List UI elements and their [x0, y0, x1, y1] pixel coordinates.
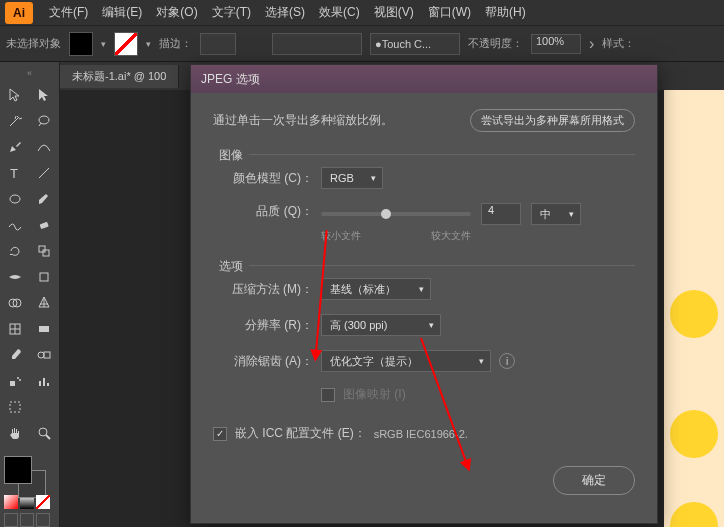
fill-swatch[interactable] — [69, 32, 93, 56]
ok-button[interactable]: 确定 — [553, 466, 635, 495]
pen-tool[interactable] — [0, 134, 30, 160]
svg-rect-4 — [40, 222, 49, 229]
shaper-tool[interactable] — [0, 212, 30, 238]
banner-text: 通过单击一次导出多种缩放比例。 — [213, 112, 393, 129]
jpeg-options-dialog: JPEG 选项 通过单击一次导出多种缩放比例。 尝试导出为多种屏幕所用格式 图像… — [190, 64, 658, 524]
symbol-sprayer-tool[interactable] — [0, 368, 30, 394]
screen-mode-1[interactable] — [4, 513, 18, 527]
graph-tool[interactable] — [30, 368, 60, 394]
canvas[interactable] — [664, 90, 724, 527]
curvature-tool[interactable] — [30, 134, 60, 160]
opacity-input[interactable]: 100% — [531, 34, 581, 54]
image-section-title: 图像 — [213, 147, 249, 164]
stroke-label: 描边： — [159, 36, 192, 51]
mesh-tool[interactable] — [0, 316, 30, 342]
menu-edit[interactable]: 编辑(E) — [96, 2, 148, 23]
style-label: 样式： — [602, 36, 635, 51]
type-tool[interactable]: T — [0, 160, 30, 186]
artboard-tool[interactable] — [0, 394, 30, 420]
slice-tool[interactable] — [30, 394, 60, 420]
big-file-label: 较大文件 — [431, 229, 471, 243]
zoom-tool[interactable] — [30, 420, 60, 446]
selection-status: 未选择对象 — [6, 36, 61, 51]
free-transform-tool[interactable] — [30, 264, 60, 290]
menu-view[interactable]: 视图(V) — [368, 2, 420, 23]
app-logo: Ai — [5, 2, 33, 24]
quality-preset-select[interactable]: 中 — [531, 203, 581, 225]
brush-tool[interactable] — [30, 186, 60, 212]
svg-rect-6 — [43, 250, 49, 256]
svg-line-2 — [39, 168, 49, 178]
magic-wand-tool[interactable] — [0, 108, 30, 134]
svg-rect-20 — [43, 378, 45, 386]
color-model-select[interactable]: RGB — [321, 167, 383, 189]
svg-point-23 — [39, 428, 47, 436]
brush-select[interactable] — [272, 33, 362, 55]
menu-help[interactable]: 帮助(H) — [479, 2, 532, 23]
compress-select[interactable]: 基线（标准） — [321, 278, 431, 300]
stroke-weight-input[interactable] — [200, 33, 236, 55]
screen-mode-3[interactable] — [36, 513, 50, 527]
opacity-step-icon[interactable]: › — [589, 35, 594, 53]
scale-tool[interactable] — [30, 238, 60, 264]
svg-line-24 — [46, 435, 50, 439]
svg-point-3 — [10, 195, 20, 203]
eyedropper-tool[interactable] — [0, 342, 30, 368]
quality-label: 品质 (Q)： — [213, 203, 313, 220]
menu-select[interactable]: 选择(S) — [259, 2, 311, 23]
direct-selection-tool[interactable] — [30, 82, 60, 108]
opacity-label: 不透明度： — [468, 36, 523, 51]
quality-input[interactable]: 4 — [481, 203, 521, 225]
width-tool[interactable] — [0, 264, 30, 290]
blend-tool[interactable] — [30, 342, 60, 368]
foreground-color[interactable] — [4, 456, 32, 484]
hand-tool[interactable] — [0, 420, 30, 446]
quality-slider-thumb[interactable] — [381, 209, 391, 219]
info-icon[interactable]: i — [499, 353, 515, 369]
options-section-title: 选项 — [213, 258, 249, 275]
svg-rect-19 — [39, 381, 41, 386]
svg-rect-7 — [40, 273, 48, 281]
menu-object[interactable]: 对象(O) — [150, 2, 203, 23]
emoji-graphic-1 — [670, 290, 718, 338]
menu-file[interactable]: 文件(F) — [43, 2, 94, 23]
menu-effect[interactable]: 效果(C) — [313, 2, 366, 23]
icc-checkbox[interactable] — [213, 427, 227, 441]
svg-rect-16 — [10, 381, 15, 386]
color-picker[interactable] — [4, 456, 54, 489]
export-screens-button[interactable]: 尝试导出为多种屏幕所用格式 — [470, 109, 635, 132]
fill-dropdown-icon[interactable]: ▾ — [101, 39, 106, 49]
toolbar-handle[interactable]: « — [0, 68, 59, 78]
antialias-label: 消除锯齿 (A)： — [213, 353, 313, 370]
resolution-label: 分辨率 (R)： — [213, 317, 313, 334]
options-bar: 未选择对象 ▾ ▾ 描边： ● Touch C... 不透明度： 100% › … — [0, 26, 724, 62]
rotate-tool[interactable] — [0, 238, 30, 264]
stroke-dropdown-icon[interactable]: ▾ — [146, 39, 151, 49]
color-model-label: 颜色模型 (C)： — [213, 170, 313, 187]
screen-mode-2[interactable] — [20, 513, 34, 527]
fill-mode-none[interactable] — [36, 495, 50, 509]
perspective-tool[interactable] — [30, 290, 60, 316]
eraser-tool[interactable] — [30, 212, 60, 238]
selection-tool[interactable] — [0, 82, 30, 108]
touch-select[interactable]: ● Touch C... — [370, 33, 460, 55]
antialias-select[interactable]: 优化文字（提示） — [321, 350, 491, 372]
quality-slider[interactable] — [321, 212, 471, 216]
emoji-graphic-2 — [670, 410, 718, 458]
stroke-swatch[interactable] — [114, 32, 138, 56]
line-tool[interactable] — [30, 160, 60, 186]
svg-point-17 — [17, 377, 19, 379]
resolution-select[interactable]: 高 (300 ppi) — [321, 314, 441, 336]
dialog-titlebar[interactable]: JPEG 选项 — [191, 65, 657, 93]
document-tab[interactable]: 未标题-1.ai* @ 100 — [60, 65, 179, 88]
emoji-graphic-3 — [670, 502, 718, 527]
menu-window[interactable]: 窗口(W) — [422, 2, 477, 23]
shape-builder-tool[interactable] — [0, 290, 30, 316]
menu-type[interactable]: 文字(T) — [206, 2, 257, 23]
fill-mode-color[interactable] — [4, 495, 18, 509]
ellipse-tool[interactable] — [0, 186, 30, 212]
lasso-tool[interactable] — [30, 108, 60, 134]
svg-rect-13 — [39, 326, 49, 332]
imagemap-checkbox[interactable] — [321, 388, 335, 402]
gradient-tool[interactable] — [30, 316, 60, 342]
